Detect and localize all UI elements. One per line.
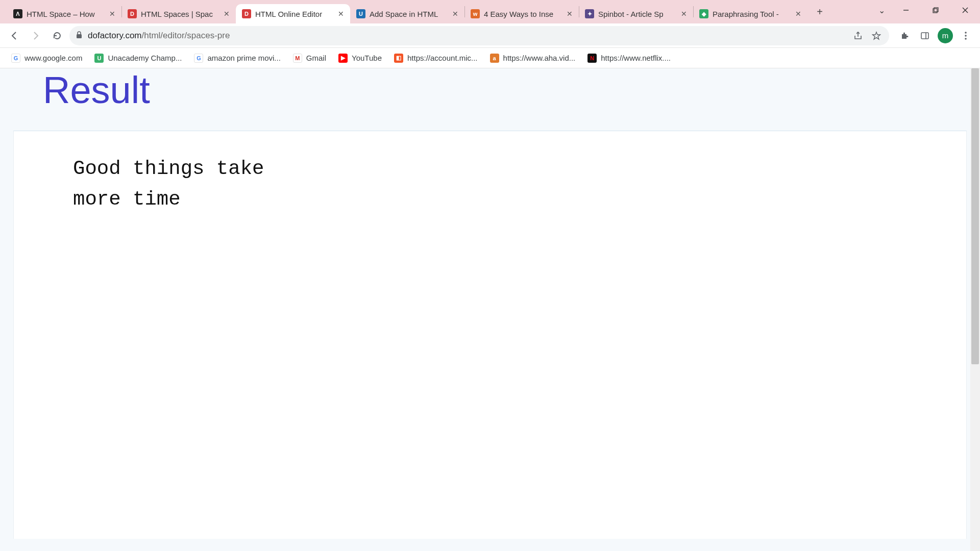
favicon-icon: U xyxy=(356,9,365,18)
tab-6[interactable]: ◆ Paraphrasing Tool - ✕ xyxy=(693,4,807,23)
bookmark-icon: U xyxy=(94,54,104,63)
bookmark-icon: N xyxy=(587,54,597,63)
forward-button[interactable] xyxy=(27,27,45,45)
bookmark-item[interactable]: a https://www.aha.vid... xyxy=(485,50,581,66)
svg-point-9 xyxy=(965,35,967,37)
new-tab-button[interactable]: + xyxy=(812,4,828,20)
bookmarks-bar: G www.google.com U Unacademy Champ... G … xyxy=(0,48,980,68)
bookmark-label: amazon prime movi... xyxy=(207,54,280,62)
tabs-container: Λ HTML Space – How ✕ D HTML Spaces | Spa… xyxy=(7,0,828,23)
favicon-icon: D xyxy=(128,9,137,18)
avatar: m xyxy=(938,28,953,43)
bookmark-item[interactable]: G www.google.com xyxy=(6,50,87,66)
pre-formatted-text: Good things take more time xyxy=(73,154,936,215)
share-button[interactable] xyxy=(851,31,865,40)
close-icon[interactable]: ✕ xyxy=(451,10,459,18)
profile-button[interactable]: m xyxy=(936,27,954,45)
bookmark-item[interactable]: ▶ YouTube xyxy=(333,50,387,66)
bookmark-item[interactable]: ◧ https://account.mic... xyxy=(389,50,483,66)
bookmark-item[interactable]: G amazon prime movi... xyxy=(189,50,285,66)
favicon-icon: ✦ xyxy=(585,9,594,18)
svg-rect-6 xyxy=(921,33,928,39)
bookmark-item[interactable]: U Unacademy Champ... xyxy=(89,50,187,66)
star-icon xyxy=(872,31,881,40)
svg-rect-5 xyxy=(77,34,82,38)
window-controls: ⌄ xyxy=(872,0,980,20)
close-window-button[interactable] xyxy=(950,0,980,20)
svg-rect-1 xyxy=(933,9,937,13)
scrollbar-thumb[interactable] xyxy=(971,68,979,364)
address-bar[interactable]: dofactory.com/html/editor/spaces-pre xyxy=(69,26,889,45)
tab-label: 4 Easy Ways to Inse xyxy=(484,10,561,18)
menu-button[interactable] xyxy=(957,27,975,45)
url-host: dofactory.com xyxy=(88,31,142,40)
bookmark-label: https://account.mic... xyxy=(407,54,478,62)
bookmark-icon: ▶ xyxy=(338,54,348,63)
back-button[interactable] xyxy=(5,27,23,45)
close-icon[interactable]: ✕ xyxy=(337,10,345,18)
result-heading: Result xyxy=(43,68,980,110)
browser-tabstrip: Λ HTML Space – How ✕ D HTML Spaces | Spa… xyxy=(0,0,980,23)
bookmark-item[interactable]: M Gmail xyxy=(288,50,331,66)
bookmark-star-button[interactable] xyxy=(870,31,883,40)
result-output-panel: Good things take more time xyxy=(13,131,967,539)
bookmark-label: Gmail xyxy=(306,54,326,62)
tab-4[interactable]: w 4 Easy Ways to Inse ✕ xyxy=(464,4,579,23)
bookmark-icon: G xyxy=(194,54,203,63)
arrow-right-icon xyxy=(31,31,41,41)
vertical-scrollbar[interactable] xyxy=(970,68,980,551)
tab-label: Paraphrasing Tool - xyxy=(713,10,790,18)
tab-0[interactable]: Λ HTML Space – How ✕ xyxy=(7,4,121,23)
bookmark-label: https://www.aha.vid... xyxy=(503,54,576,62)
kebab-icon xyxy=(961,31,970,40)
favicon-icon: D xyxy=(242,9,251,18)
tab-label: Add Space in HTML xyxy=(370,10,447,18)
close-icon[interactable]: ✕ xyxy=(566,10,574,18)
reload-button[interactable] xyxy=(48,27,66,45)
minimize-button[interactable] xyxy=(891,0,921,20)
close-icon[interactable]: ✕ xyxy=(794,10,802,18)
bookmark-label: https://www.netflix.... xyxy=(601,54,671,62)
extensions-button[interactable] xyxy=(895,27,914,45)
svg-rect-2 xyxy=(934,8,938,12)
panel-icon xyxy=(920,31,929,40)
close-icon[interactable]: ✕ xyxy=(223,10,231,18)
bookmark-item[interactable]: N https://www.netflix.... xyxy=(582,50,676,66)
bookmark-icon: M xyxy=(293,54,302,63)
close-icon[interactable]: ✕ xyxy=(108,10,116,18)
tab-label: HTML Space – How xyxy=(27,10,104,18)
favicon-icon: ◆ xyxy=(699,9,708,18)
page-viewport: Result Good things take more time xyxy=(0,68,980,551)
maximize-button[interactable] xyxy=(921,0,950,20)
bookmark-icon: a xyxy=(490,54,499,63)
close-icon xyxy=(962,7,968,13)
url-path: /html/editor/spaces-pre xyxy=(142,31,230,40)
minimize-icon xyxy=(903,7,909,13)
arrow-left-icon xyxy=(9,31,19,41)
toolbar-right: m xyxy=(895,27,975,45)
bookmark-label: Unacademy Champ... xyxy=(108,54,182,62)
reload-icon xyxy=(52,31,62,41)
close-icon[interactable]: ✕ xyxy=(680,10,688,18)
lock-icon xyxy=(76,31,83,40)
tab-1[interactable]: D HTML Spaces | Spac ✕ xyxy=(121,4,236,23)
sidepanel-button[interactable] xyxy=(916,27,934,45)
tab-label: HTML Online Editor xyxy=(255,10,333,18)
tab-label: HTML Spaces | Spac xyxy=(141,10,218,18)
url-text: dofactory.com/html/editor/spaces-pre xyxy=(88,31,846,41)
tab-5[interactable]: ✦ Spinbot - Article Sp ✕ xyxy=(579,4,693,23)
favicon-icon: Λ xyxy=(13,9,22,18)
favicon-icon: w xyxy=(471,9,480,18)
tab-3[interactable]: U Add Space in HTML ✕ xyxy=(350,4,464,23)
share-icon xyxy=(853,31,863,40)
svg-point-10 xyxy=(965,38,967,40)
tab-label: Spinbot - Article Sp xyxy=(598,10,676,18)
maximize-icon xyxy=(933,7,939,13)
svg-point-8 xyxy=(965,32,967,34)
tabs-overflow-button[interactable]: ⌄ xyxy=(872,0,891,20)
bookmark-icon: ◧ xyxy=(394,54,403,63)
browser-toolbar: dofactory.com/html/editor/spaces-pre m xyxy=(0,23,980,48)
result-header: Result xyxy=(0,68,980,120)
tab-2-active[interactable]: D HTML Online Editor ✕ xyxy=(236,4,350,23)
bookmark-icon: G xyxy=(11,54,20,63)
